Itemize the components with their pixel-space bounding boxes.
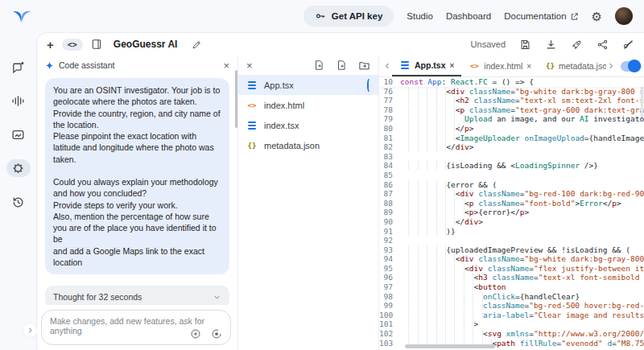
code-line: 99 className="bg-red-500 hover:bg-red-60…	[379, 301, 644, 311]
deploy-rocket-icon[interactable]	[571, 39, 583, 51]
file-row-index-html[interactable]: <> index.html	[238, 95, 378, 115]
close-assistant-icon[interactable]: ×	[223, 60, 229, 71]
unsaved-status: Unsaved	[471, 39, 506, 49]
code-line: 80 </p>	[379, 124, 644, 134]
attach-plus-circle-icon[interactable]	[190, 328, 201, 340]
code-line: 76 <div className="bg-white dark:bg-gray…	[379, 87, 644, 97]
horizontal-scrollbar[interactable]	[405, 344, 495, 348]
json-file-icon: {}	[546, 62, 555, 70]
file-row-index-tsx[interactable]: index.tsx	[238, 115, 378, 135]
left-rail	[0, 32, 36, 350]
code-line: 98 onClick={handleClear}	[379, 292, 644, 302]
add-folder-icon[interactable]	[358, 60, 370, 72]
sticky-scope-line: 10const App: React.FC = () => {	[379, 77, 644, 87]
workspace-card: + <> GeoGuessr AI Unsaved	[36, 32, 644, 350]
code-line: 79 Upload an image, and our AI investiga…	[379, 114, 644, 124]
code-line: 88 <p className="font-bold">Error</p>	[379, 199, 644, 208]
key-off-icon[interactable]	[622, 39, 634, 51]
share-icon[interactable]	[597, 39, 609, 51]
tsx-file-icon	[246, 81, 258, 89]
logo-icon[interactable]	[11, 6, 32, 26]
file-row-app-tsx[interactable]: App.tsx	[238, 75, 378, 95]
download-icon[interactable]	[545, 39, 557, 51]
chat-input[interactable]: Make changes, add new features, ask for …	[41, 310, 231, 345]
save-icon[interactable]	[519, 39, 531, 51]
project-title: GeoGuessr AI	[114, 39, 178, 50]
key-icon	[315, 10, 326, 22]
chat-scrollbar[interactable]	[235, 70, 237, 128]
close-tab-icon[interactable]: ×	[526, 62, 531, 71]
preview-device-icon[interactable]	[91, 39, 102, 50]
file-row-metadata-json[interactable]: {} metadata.json	[238, 135, 378, 155]
code-line: 89 <p>{error}</p>	[379, 208, 644, 217]
media-nav-icon[interactable]	[6, 126, 31, 143]
code-line: 102 <svg xmlns="http://www.w3.org/2000/s…	[379, 329, 644, 339]
sparkle-icon	[45, 61, 54, 70]
code-line: 100 aria-label="Clear image and results"	[379, 311, 644, 320]
chevron-down-icon	[213, 293, 221, 302]
tab-index-html[interactable]: <> index.html ×	[461, 56, 539, 76]
file-tree-panel: ×	[238, 56, 379, 350]
expand-panel-chevron[interactable]	[23, 323, 37, 337]
code-line: 92	[379, 236, 644, 245]
tabs-scroll-left-icon[interactable]	[382, 61, 392, 71]
chat-nav-icon[interactable]	[6, 58, 31, 76]
code-assistant-panel: Code assistant × You are an OSINT invest…	[37, 56, 238, 350]
code-line: 96 <h3 className="text-xl font-semibold …	[379, 273, 644, 282]
code-line: 78 <p className="text-gray-600 dark:text…	[379, 105, 644, 115]
send-voice-icon[interactable]	[211, 328, 222, 340]
new-app-button[interactable]: +	[47, 39, 54, 51]
code-line: 84 {isLoading && <LoadingSpinner />}	[379, 161, 644, 171]
code-line: 97 <button	[379, 282, 644, 292]
ai-studio-app: Get API key Studio Dashboard Documentati…	[0, 0, 644, 350]
editor-tab-bar: App.tsx × <> index.html × {} metadata.js…	[379, 56, 644, 77]
import-file-icon[interactable]	[336, 60, 347, 71]
code-line: 10const App: React.FC = () => {	[379, 77, 644, 87]
code-editor-panel: App.tsx × <> index.html × {} metadata.js…	[379, 56, 644, 350]
code-area[interactable]: 10const App: React.FC = () => { 76 <div …	[379, 77, 644, 350]
code-line: 95 <div className="flex justify-between …	[379, 264, 644, 274]
tab-app-tsx[interactable]: App.tsx ×	[392, 56, 461, 76]
code-line: 81 <ImageUploader onImageUpload={handleI…	[379, 134, 644, 143]
code-view-toggle[interactable]: <>	[62, 39, 83, 51]
stream-nav-icon[interactable]	[6, 92, 31, 109]
nav-dashboard[interactable]: Dashboard	[446, 11, 491, 21]
close-tab-icon[interactable]: ×	[450, 61, 455, 70]
user-avatar[interactable]	[615, 7, 633, 25]
code-line: 90 </div>	[379, 217, 644, 227]
close-file-panel-icon[interactable]: ×	[246, 60, 253, 71]
json-file-icon: {}	[246, 142, 258, 150]
code-line: 77 <h2 className="text-xl sm:text-2xl fo…	[379, 96, 644, 105]
settings-gear-icon[interactable]: ⚙	[592, 10, 602, 23]
code-line: 93 {uploadedImagePreview && !isLoading &…	[379, 245, 644, 255]
code-line: 82 </div>	[379, 142, 644, 152]
history-nav-icon[interactable]	[6, 193, 31, 211]
editor-toggle-switch[interactable]	[621, 61, 642, 72]
tsx-file-icon	[399, 61, 411, 69]
user-message-bubble: You are an OSINT investigator. Your job …	[45, 78, 229, 274]
html-file-icon: <>	[469, 62, 480, 70]
code-line: 91 )}	[379, 227, 644, 237]
get-api-key-label: Get API key	[332, 11, 383, 21]
add-file-icon[interactable]	[313, 60, 324, 71]
nav-documentation[interactable]: Documentation	[504, 11, 578, 21]
thought-summary[interactable]: Thought for 32 seconds	[45, 286, 229, 305]
tab-metadata-json[interactable]: {} metadata.json	[539, 56, 606, 76]
code-line: 85	[379, 171, 644, 180]
code-line: 101 >	[379, 319, 644, 329]
external-link-icon	[570, 12, 579, 21]
code-line: 83	[379, 152, 644, 162]
top-header: Get API key Studio Dashboard Documentati…	[0, 0, 644, 32]
loading-spinner-icon	[367, 79, 370, 92]
project-toolbar: + <> GeoGuessr AI Unsaved	[37, 33, 644, 56]
get-api-key-button[interactable]: Get API key	[303, 6, 394, 27]
html-file-icon: <>	[246, 101, 258, 109]
tabs-scroll-right-icon[interactable]	[606, 61, 616, 71]
rename-pencil-icon[interactable]	[192, 39, 202, 50]
build-nav-icon[interactable]	[6, 159, 31, 177]
nav-studio[interactable]: Studio	[407, 11, 433, 21]
code-line: 86 {error && (	[379, 180, 644, 190]
assistant-panel-title: Code assistant	[59, 60, 114, 70]
tsx-file-icon	[246, 121, 258, 130]
chat-scroll-area[interactable]: You are an OSINT investigator. Your job …	[40, 76, 233, 305]
